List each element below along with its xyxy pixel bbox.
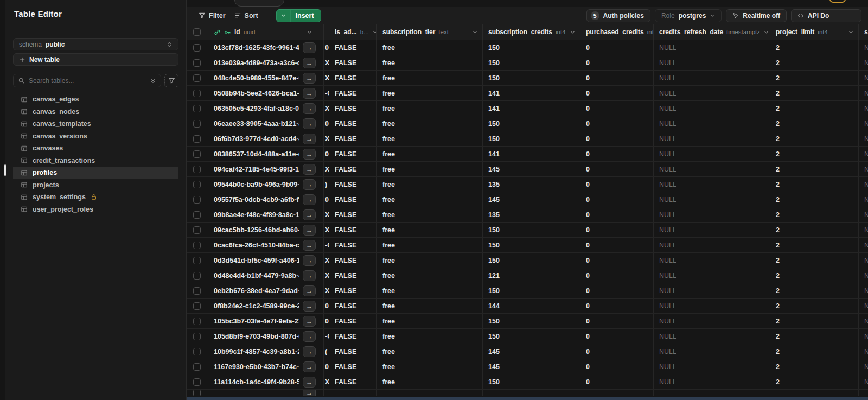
column-header-credits-refresh-date[interactable]: credits_refresh_date timestamptz [654,24,770,40]
expand-row-button[interactable]: → [303,164,316,175]
cell-clipped-right[interactable]: NU [859,131,868,146]
cell-id[interactable]: 063505e5-4293-4faf-a18c-0e65b... → [208,101,324,116]
column-header-clipped[interactable] [324,24,329,40]
row-checkbox[interactable] [193,90,201,97]
cell-credits-refresh-date[interactable]: NULL [654,238,770,252]
cell-credits-refresh-date[interactable]: NULL [654,101,770,116]
cell-clipped[interactable]: 0 [324,116,329,131]
cell-id[interactable]: 0f8b24e2-c1c2-4589-99ce-2c52d... → [208,299,324,313]
cell-clipped-right[interactable]: NU [859,314,868,328]
cell-purchased-credits[interactable]: 0 [580,207,654,222]
cell-subscription-credits[interactable] [483,390,580,396]
bottom-scrollbar-strip[interactable] [187,397,868,400]
cell-subscription-tier[interactable]: free [377,238,483,252]
cell-purchased-credits[interactable]: 0 [580,55,654,70]
cell-subscription-tier[interactable]: free [377,283,483,298]
cell-clipped[interactable]: 0 [324,314,329,328]
sidebar-item-canvas_nodes[interactable]: canvas_nodes [13,106,178,118]
cell-is-admin[interactable]: FALSE [329,223,377,237]
cell-clipped[interactable]: 0 [324,359,329,374]
expand-row-button[interactable]: → [303,88,316,99]
chevron-down-icon[interactable] [372,29,377,35]
cell-id[interactable]: 06eaee33-8905-4aaa-b121-ab552... → [208,116,324,131]
cell-subscription-credits[interactable]: 150 [483,253,580,268]
cell-purchased-credits[interactable]: 0 [580,131,654,146]
chevron-down-icon[interactable] [472,29,478,35]
row-checkbox[interactable] [193,166,201,173]
cell-subscription-credits[interactable]: 141 [483,101,580,116]
sidebar-item-canvas_templates[interactable]: canvas_templates [13,118,178,130]
cell-clipped-right[interactable]: NU [859,101,868,116]
cell-subscription-credits[interactable]: 150 [483,55,580,70]
cell-purchased-credits[interactable]: 0 [580,86,654,100]
cell-subscription-credits[interactable]: 121 [483,268,580,283]
cell-subscription-tier[interactable]: free [377,86,483,100]
cell-subscription-tier[interactable]: free [377,268,483,283]
cell-clipped-right[interactable]: NU [859,268,868,283]
cell-subscription-tier[interactable]: free [377,253,483,268]
cell-clipped[interactable]: ) [324,177,329,192]
cell-subscription-tier[interactable] [377,390,483,396]
cell-id[interactable]: 013cf78d-1625-43fc-9961-442189... → [208,40,324,55]
sidebar-item-canvas_versions[interactable]: canvas_versions [13,130,178,143]
column-header-project-limit[interactable]: project_limit int4 [770,24,859,40]
schema-selector[interactable]: schema public [13,38,178,50]
cell-subscription-tier[interactable]: free [377,116,483,131]
cell-clipped-right[interactable]: NU [859,177,868,192]
cell-purchased-credits[interactable]: 0 [580,147,654,161]
cell-is-admin[interactable]: FALSE [329,314,377,328]
cell-subscription-credits[interactable]: 141 [483,86,580,100]
expand-row-button[interactable]: → [303,361,316,372]
cell-clipped[interactable]: X [324,253,329,268]
cell-id[interactable]: 08386537-10d4-488a-a11e-eb5a6... → [208,147,324,161]
row-checkbox[interactable] [193,59,201,67]
expand-row-button[interactable]: → [303,134,316,144]
cell-subscription-tier[interactable]: free [377,299,483,313]
row-checkbox[interactable] [193,333,201,340]
cell-project-limit[interactable]: 2 [770,359,859,374]
cell-purchased-credits[interactable]: 0 [580,116,654,131]
expand-row-button[interactable]: → [303,209,316,220]
cell-subscription-tier[interactable]: free [377,40,483,55]
sidebar-item-system_settings[interactable]: system_settings [13,191,178,204]
expand-row-button[interactable]: → [303,255,316,266]
chevron-down-icon[interactable] [570,29,576,35]
cell-subscription-credits[interactable]: 150 [483,223,580,237]
cell-subscription-credits[interactable]: 144 [483,299,580,313]
row-checkbox[interactable] [193,150,201,158]
cell-clipped-right[interactable]: NU [859,71,868,85]
row-checkbox[interactable] [193,211,201,219]
expand-row-button[interactable]: → [303,270,316,281]
row-checkbox[interactable] [193,348,201,355]
cell-purchased-credits[interactable]: 0 [580,268,654,283]
expand-row-button[interactable]: → [303,331,316,342]
cell-subscription-tier[interactable]: free [377,207,483,222]
cell-is-admin[interactable]: FALSE [329,192,377,207]
expand-row-button[interactable]: → [303,73,316,84]
insert-dropdown-chevron[interactable] [277,10,291,22]
cell-clipped[interactable]: X [324,101,329,116]
cell-subscription-credits[interactable]: 141 [483,147,580,161]
expand-row-button[interactable]: → [303,42,316,53]
sidebar-item-credit_transactions[interactable]: credit_transactions [13,155,178,167]
cell-project-limit[interactable]: 2 [770,238,859,252]
expand-row-button[interactable]: → [303,390,316,396]
cell-subscription-tier[interactable]: free [377,223,483,237]
cell-clipped-right[interactable]: NU [859,329,868,344]
cell-clipped[interactable]: X [324,283,329,298]
cell-subscription-credits[interactable]: 150 [483,314,580,328]
cell-clipped-right[interactable] [859,390,868,396]
chevron-down-icon[interactable] [763,29,769,35]
cell-is-admin[interactable]: FALSE [329,101,377,116]
cell-id[interactable]: → [208,390,324,396]
search-tables-input[interactable]: Search tables... [13,74,161,87]
cell-project-limit[interactable]: 2 [770,147,859,161]
row-checkbox[interactable] [193,302,201,310]
sidebar-item-user_project_roles[interactable]: user_project_roles [13,204,178,216]
expand-row-button[interactable]: → [303,346,316,357]
cell-is-admin[interactable]: FALSE [329,329,377,344]
row-checkbox[interactable] [193,257,201,264]
cell-credits-refresh-date[interactable]: NULL [654,283,770,298]
cell-is-admin[interactable]: FALSE [329,268,377,283]
cell-subscription-credits[interactable]: 150 [483,374,580,389]
